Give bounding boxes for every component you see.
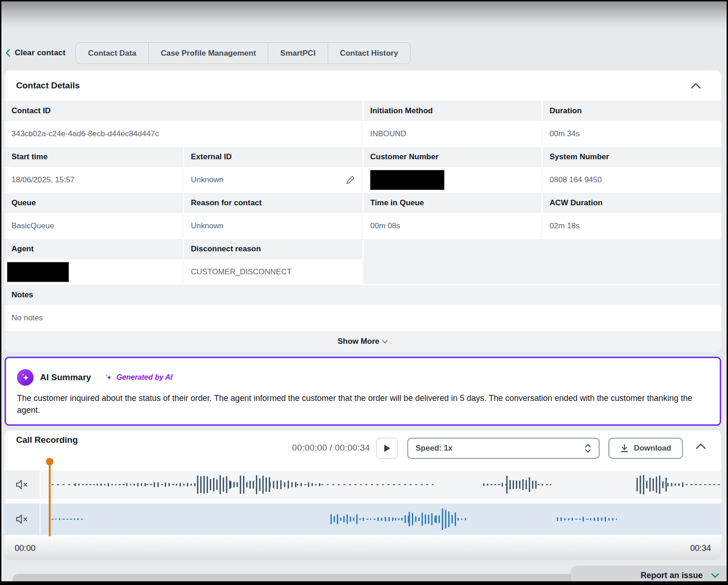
ai-summary-text: The customer inquired about the status o…	[17, 392, 708, 416]
tab-case-profile-management[interactable]: Case Profile Management	[148, 43, 268, 64]
system-number-value: 0808 164 9450	[543, 168, 721, 192]
contact-details-grid: Contact ID Initiation Method Duration 34…	[5, 101, 721, 330]
time-in-queue-value: 00m 08s	[364, 214, 542, 238]
contact-tabs: Contact Data Case Profile Management Sma…	[75, 42, 410, 64]
download-label: Download	[634, 444, 671, 453]
customer-number-value	[364, 168, 542, 192]
play-icon	[383, 444, 391, 453]
agent-redaction	[7, 262, 69, 282]
external-id-text: Unknown	[191, 175, 224, 185]
customer-number-redaction	[370, 170, 444, 190]
customer-number-label: Customer Number	[364, 147, 542, 167]
mute-track2-button[interactable]	[5, 504, 40, 535]
contact-id-label: Contact ID	[5, 101, 363, 121]
disconnect-reason-value: CUSTOMER_DISCONNECT	[184, 260, 363, 284]
queue-label: Queue	[5, 193, 183, 213]
ai-summary-card: AI Summary Generated by AI The customer …	[5, 357, 721, 426]
external-id-value: Unknown	[184, 168, 363, 192]
acw-duration-label: ACW Duration	[543, 193, 721, 213]
call-recording-controls: 00:00:00 / 00:00:34 Speed: 1x	[5, 438, 721, 459]
report-issue-button[interactable]: Report an issue	[571, 567, 728, 584]
agent-value	[5, 260, 183, 284]
contact-details-header: Contact Details	[5, 70, 721, 101]
back-chevron-icon	[5, 49, 11, 57]
tab-smartpci[interactable]: SmartPCI	[268, 43, 328, 64]
play-button[interactable]	[376, 438, 398, 459]
app-screen: Clear contact Contact Data Case Profile …	[0, 0, 728, 585]
external-id-label: External ID	[184, 147, 363, 167]
start-time-label: Start time	[5, 147, 183, 167]
waveform-track2-area[interactable]	[40, 504, 721, 535]
queue-value: BasicQueue	[5, 214, 183, 238]
playback-time-display: 00:00:00 / 00:00:34	[292, 443, 370, 453]
notes-value: No notes	[5, 306, 721, 330]
waveform-track1-area[interactable]	[40, 470, 721, 499]
duration-label: Duration	[543, 101, 721, 121]
window-top-gradient	[1, 1, 727, 30]
empty-grid-area	[364, 239, 722, 284]
ai-summary-header: AI Summary Generated by AI	[17, 369, 709, 386]
report-issue-label: Report an issue	[641, 571, 703, 580]
collapse-call-recording-icon[interactable]	[696, 443, 706, 449]
show-more-label: Show More	[338, 337, 380, 346]
edit-external-id-icon[interactable]	[345, 175, 355, 185]
muted-speaker-icon	[15, 479, 29, 491]
generated-by-ai-label: Generated by AI	[116, 373, 173, 382]
tab-contact-data[interactable]: Contact Data	[76, 43, 148, 64]
duration-value: 00m 34s	[543, 122, 721, 146]
generated-by-ai-badge: Generated by AI	[104, 373, 173, 382]
sparkle-icon	[104, 373, 113, 382]
start-time-value: 18/06/2025, 15:57	[5, 168, 183, 192]
waveform-track-customer	[5, 470, 721, 499]
playhead-line[interactable]	[49, 461, 51, 536]
contact-details-card: Contact Details Contact ID Initiation Me…	[5, 70, 721, 350]
report-issue-chevron-down-icon	[711, 573, 719, 578]
show-more-chevron-down-icon	[382, 340, 388, 344]
speed-stepper-icon	[584, 443, 591, 454]
top-navbar: Clear contact Contact Data Case Profile …	[5, 42, 410, 64]
speed-select[interactable]: Speed: 1x	[407, 438, 600, 459]
reason-for-contact-value: Unknown	[184, 214, 363, 238]
ai-summary-title: AI Summary	[40, 372, 91, 382]
notes-label: Notes	[5, 285, 721, 305]
muted-speaker-icon	[15, 513, 29, 525]
tab-contact-history[interactable]: Contact History	[328, 43, 410, 64]
download-button[interactable]: Download	[608, 438, 683, 459]
reason-for-contact-label: Reason for contact	[184, 193, 363, 213]
clear-contact-label: Clear contact	[15, 48, 65, 58]
show-more-button[interactable]: Show More	[5, 331, 721, 352]
timeline-labels: 00:00 00:34	[5, 536, 721, 560]
mute-track1-button[interactable]	[5, 470, 40, 499]
call-recording-card: Call Recording 00:00:00 / 00:00:34 Speed…	[5, 430, 721, 560]
time-in-queue-label: Time in Queue	[364, 193, 542, 213]
agent-label: Agent	[5, 239, 183, 259]
acw-duration-value: 02m 18s	[543, 214, 721, 238]
initiation-method-value: INBOUND	[364, 122, 542, 146]
ai-sparkle-badge-icon	[17, 369, 34, 386]
download-icon	[620, 444, 629, 453]
initiation-method-label: Initiation Method	[364, 101, 542, 121]
contact-id-value: 343cb02a-c24e-4ad6-8ecb-d44ec84d447c	[5, 122, 363, 146]
collapse-contact-details-icon[interactable]	[691, 83, 701, 89]
timeline-end-label: 00:34	[690, 544, 711, 553]
timeline-start-label: 00:00	[15, 544, 35, 553]
system-number-label: System Number	[543, 147, 721, 167]
playhead-handle[interactable]	[46, 458, 53, 465]
speed-select-value: Speed: 1x	[416, 444, 452, 453]
contact-details-title: Contact Details	[16, 81, 80, 91]
clear-contact-button[interactable]: Clear contact	[5, 48, 65, 58]
waveform-track-agent	[5, 504, 721, 535]
disconnect-reason-label: Disconnect reason	[184, 239, 363, 259]
